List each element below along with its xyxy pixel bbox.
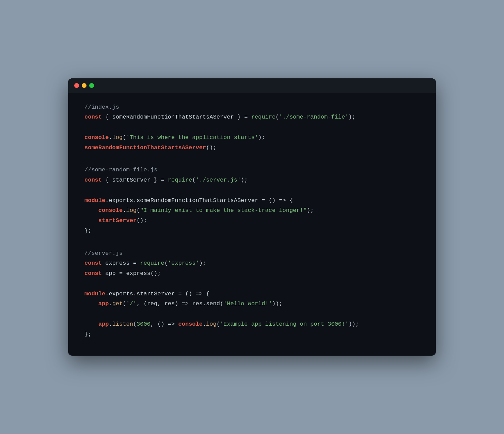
maximize-button[interactable] [89, 83, 94, 88]
code-line-comment-3: //server.js const express = require('exp… [84, 248, 420, 340]
code-block-random-file: //some-random-file.js const { startServe… [84, 165, 420, 236]
code-line-comment-2: //some-random-file.js const { startServe… [84, 165, 420, 236]
code-window: //index.js const { someRandomFunctionTha… [68, 78, 436, 356]
code-block-server: //server.js const express = require('exp… [84, 248, 420, 340]
code-line-comment-1: //index.js const { someRandomFunctionTha… [84, 102, 420, 153]
titlebar [68, 78, 436, 93]
code-block-index: //index.js const { someRandomFunctionTha… [84, 102, 420, 153]
code-area: //index.js const { someRandomFunctionTha… [68, 93, 436, 356]
minimize-button[interactable] [82, 83, 86, 88]
close-button[interactable] [74, 83, 79, 88]
